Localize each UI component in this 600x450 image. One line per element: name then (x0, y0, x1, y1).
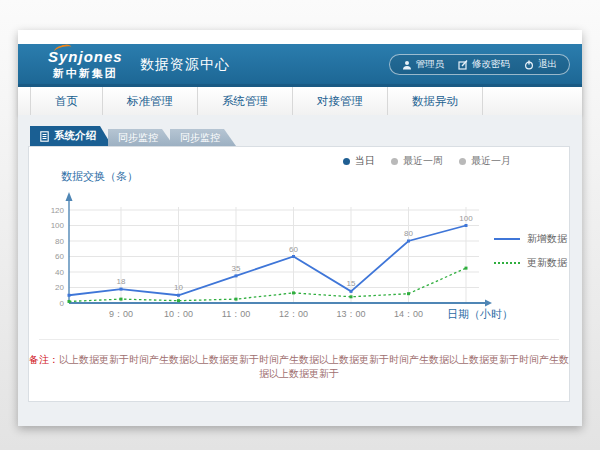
x-axis-title: 日期（小时） (447, 307, 513, 322)
nav-item-system[interactable]: 系统管理 (198, 87, 293, 115)
brand-logo-cn: 新中新集团 (48, 66, 123, 81)
current-user-button[interactable]: 管理员 (402, 58, 445, 71)
svg-text:80: 80 (55, 237, 64, 246)
radio-today[interactable]: 当日 (343, 154, 375, 168)
svg-text:100: 100 (51, 221, 65, 230)
dotted-line-swatch (494, 262, 520, 264)
footnote-text: 以上数据更新于时间产生数据以上数据更新于时间产生数据以上数据更新于时间产生数据以… (59, 354, 569, 379)
user-actions-pill: 管理员 修改密码 退出 (389, 54, 571, 75)
svg-text:15: 15 (347, 279, 356, 288)
legend-item-updated-data: 更新数据 (494, 251, 567, 275)
brand-logo: Synjones 新中新集团 (48, 48, 123, 81)
app-window: Synjones 新中新集团 数据资源中心 管理员 (18, 30, 582, 426)
radio-dot (391, 158, 398, 165)
page-title: 数据资源中心 (140, 44, 230, 84)
desktop-background: Synjones 新中新集团 数据资源中心 管理员 (0, 0, 600, 450)
change-password-button[interactable]: 修改密码 (458, 58, 510, 71)
svg-text:18: 18 (117, 277, 126, 286)
chart-card: 当日 最近一周 最近一月 数据交换（条） 0204060801001209：00… (28, 146, 570, 402)
tab-sync-monitor-1[interactable]: 同步监控 (108, 129, 174, 146)
svg-text:10：00: 10：00 (164, 309, 193, 319)
content-area: 系统介绍 同步监控 同步监控 当日 最近一周 (18, 115, 582, 426)
nav-item-data-change[interactable]: 数据异动 (388, 87, 483, 115)
logout-button[interactable]: 退出 (524, 58, 557, 71)
radio-dot (343, 158, 350, 165)
nav-item-standards[interactable]: 标准管理 (103, 87, 198, 115)
svg-text:60: 60 (289, 245, 298, 254)
main-nav: 首页 标准管理 系统管理 对接管理 数据异动 (18, 84, 582, 115)
legend-item-new-data: 新增数据 (494, 227, 567, 251)
app-header: Synjones 新中新集团 数据资源中心 管理员 (18, 44, 582, 84)
document-icon (40, 131, 49, 142)
tab-system-intro[interactable]: 系统介绍 (30, 126, 112, 146)
brand-logo-text: Synjones (48, 48, 123, 65)
svg-text:10: 10 (174, 283, 183, 292)
svg-text:0: 0 (60, 299, 65, 308)
svg-text:60: 60 (55, 252, 64, 261)
user-icon (402, 60, 412, 70)
svg-text:20: 20 (55, 283, 64, 292)
svg-text:11：00: 11：00 (222, 309, 250, 319)
svg-text:12：00: 12：00 (279, 309, 308, 319)
tab-sync-monitor-2[interactable]: 同步监控 (170, 129, 236, 146)
nav-item-integration[interactable]: 对接管理 (293, 87, 388, 115)
svg-text:120: 120 (51, 206, 65, 215)
footnote: 备注：以上数据更新于时间产生数据以上数据更新于时间产生数据以上数据更新于时间产生… (29, 353, 569, 381)
edit-icon (458, 60, 468, 70)
svg-text:80: 80 (404, 229, 413, 238)
chart-legend: 新增数据 更新数据 (494, 227, 567, 275)
footnote-label: 备注： (29, 354, 59, 365)
power-icon (524, 60, 534, 70)
radio-last-week[interactable]: 最近一周 (391, 154, 443, 168)
solid-line-swatch (494, 238, 520, 240)
svg-text:35: 35 (232, 264, 241, 273)
card-divider (39, 339, 559, 340)
svg-text:13：00: 13：00 (336, 309, 365, 319)
time-range-filter: 当日 最近一周 最近一月 (343, 154, 511, 168)
svg-text:9：00: 9：00 (109, 309, 133, 319)
nav-item-home[interactable]: 首页 (30, 87, 103, 115)
svg-text:14：00: 14：00 (394, 309, 423, 319)
tab-bar: 系统介绍 同步监控 同步监控 (30, 126, 236, 146)
window-top-strip (18, 30, 582, 44)
svg-text:100: 100 (459, 214, 473, 223)
radio-last-month[interactable]: 最近一月 (459, 154, 511, 168)
radio-dot (459, 158, 466, 165)
svg-text:40: 40 (55, 268, 64, 277)
